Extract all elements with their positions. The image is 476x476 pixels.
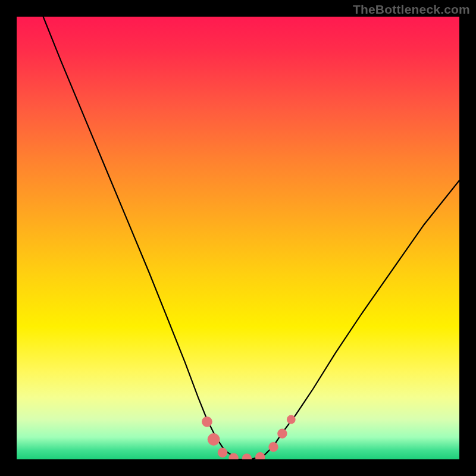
watermark-text: TheBottleneck.com: [353, 2, 470, 17]
marker-group: [202, 415, 296, 459]
dot-left-mid: [208, 433, 220, 446]
dot-valley-b: [242, 453, 252, 459]
dot-left-lower: [218, 448, 227, 458]
chart-frame: TheBottleneck.com: [0, 0, 476, 476]
dot-valley-c: [255, 452, 265, 459]
dot-left-upper: [202, 416, 212, 427]
plot-area: [17, 17, 459, 459]
dot-right-upper: [287, 415, 296, 424]
dot-right-mid: [277, 429, 287, 439]
dot-right-lower: [268, 442, 278, 452]
bottleneck-curve: [43, 17, 459, 459]
chart-svg: [17, 17, 459, 459]
